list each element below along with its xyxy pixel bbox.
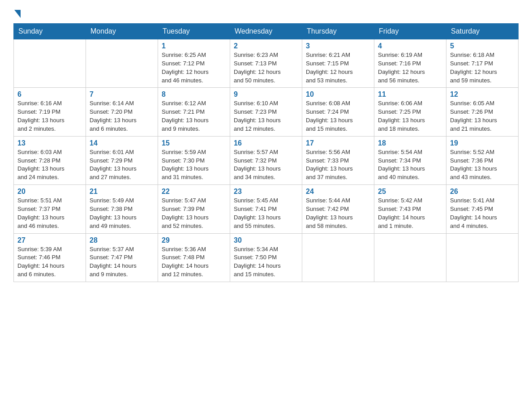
day-number: 9 (234, 90, 298, 98)
calendar-cell: 4Sunrise: 6:19 AM Sunset: 7:16 PM Daylig… (374, 39, 446, 88)
calendar-cell (374, 233, 446, 282)
calendar-cell: 12Sunrise: 6:05 AM Sunset: 7:26 PM Dayli… (446, 88, 519, 136)
calendar-cell (302, 233, 374, 282)
calendar-cell: 21Sunrise: 5:49 AM Sunset: 7:38 PM Dayli… (86, 185, 158, 233)
calendar-cell: 13Sunrise: 6:03 AM Sunset: 7:28 PM Dayli… (14, 136, 86, 184)
day-info: Sunrise: 5:37 AM Sunset: 7:47 PM Dayligh… (90, 245, 154, 279)
logo (13, 9, 21, 16)
day-info: Sunrise: 5:51 AM Sunset: 7:37 PM Dayligh… (17, 197, 82, 230)
day-number: 16 (234, 139, 298, 147)
calendar-cell: 3Sunrise: 6:21 AM Sunset: 7:15 PM Daylig… (302, 39, 374, 88)
calendar-cell: 11Sunrise: 6:06 AM Sunset: 7:25 PM Dayli… (374, 88, 446, 136)
calendar-cell: 22Sunrise: 5:47 AM Sunset: 7:39 PM Dayli… (158, 185, 230, 233)
week-row-3: 20Sunrise: 5:51 AM Sunset: 7:37 PM Dayli… (14, 185, 519, 233)
day-number: 27 (17, 236, 82, 244)
calendar-cell (446, 233, 519, 282)
day-info: Sunrise: 5:52 AM Sunset: 7:36 PM Dayligh… (450, 148, 515, 182)
day-info: Sunrise: 5:34 AM Sunset: 7:50 PM Dayligh… (234, 245, 298, 279)
weekday-header-saturday: Saturday (446, 24, 519, 39)
day-number: 11 (378, 90, 442, 98)
day-info: Sunrise: 5:49 AM Sunset: 7:38 PM Dayligh… (90, 197, 154, 230)
calendar-cell: 5Sunrise: 6:18 AM Sunset: 7:17 PM Daylig… (446, 39, 519, 88)
day-info: Sunrise: 6:12 AM Sunset: 7:21 PM Dayligh… (162, 99, 226, 133)
day-info: Sunrise: 6:10 AM Sunset: 7:23 PM Dayligh… (234, 99, 298, 133)
calendar-cell: 20Sunrise: 5:51 AM Sunset: 7:37 PM Dayli… (14, 185, 86, 233)
day-number: 26 (450, 188, 515, 196)
day-number: 23 (234, 188, 298, 196)
day-info: Sunrise: 5:56 AM Sunset: 7:33 PM Dayligh… (306, 148, 370, 182)
weekday-header-wednesday: Wednesday (230, 24, 302, 39)
day-number: 4 (378, 42, 442, 50)
day-info: Sunrise: 5:57 AM Sunset: 7:32 PM Dayligh… (234, 148, 298, 182)
calendar-cell: 25Sunrise: 5:42 AM Sunset: 7:43 PM Dayli… (374, 185, 446, 233)
day-info: Sunrise: 6:05 AM Sunset: 7:26 PM Dayligh… (450, 99, 515, 133)
calendar-cell: 17Sunrise: 5:56 AM Sunset: 7:33 PM Dayli… (302, 136, 374, 184)
day-info: Sunrise: 6:16 AM Sunset: 7:19 PM Dayligh… (17, 99, 82, 133)
calendar-cell: 7Sunrise: 6:14 AM Sunset: 7:20 PM Daylig… (86, 88, 158, 136)
calendar-cell: 15Sunrise: 5:59 AM Sunset: 7:30 PM Dayli… (158, 136, 230, 184)
calendar-cell: 23Sunrise: 5:45 AM Sunset: 7:41 PM Dayli… (230, 185, 302, 233)
page-header (13, 9, 519, 16)
calendar-cell: 9Sunrise: 6:10 AM Sunset: 7:23 PM Daylig… (230, 88, 302, 136)
weekday-header-friday: Friday (374, 24, 446, 39)
day-info: Sunrise: 6:25 AM Sunset: 7:12 PM Dayligh… (162, 51, 226, 85)
day-number: 3 (306, 42, 370, 50)
week-row-4: 27Sunrise: 5:39 AM Sunset: 7:46 PM Dayli… (14, 233, 519, 282)
calendar-cell: 8Sunrise: 6:12 AM Sunset: 7:21 PM Daylig… (158, 88, 230, 136)
day-number: 18 (378, 139, 442, 147)
calendar-cell (86, 39, 158, 88)
calendar-cell: 1Sunrise: 6:25 AM Sunset: 7:12 PM Daylig… (158, 39, 230, 88)
day-number: 28 (90, 236, 154, 244)
calendar-table: SundayMondayTuesdayWednesdayThursdayFrid… (13, 23, 519, 282)
weekday-header-tuesday: Tuesday (158, 24, 230, 39)
day-info: Sunrise: 5:45 AM Sunset: 7:41 PM Dayligh… (234, 197, 298, 230)
calendar-cell: 2Sunrise: 6:23 AM Sunset: 7:13 PM Daylig… (230, 39, 302, 88)
day-number: 30 (234, 236, 298, 244)
day-number: 6 (17, 90, 82, 98)
calendar-cell: 29Sunrise: 5:36 AM Sunset: 7:48 PM Dayli… (158, 233, 230, 282)
weekday-header-monday: Monday (86, 24, 158, 39)
day-number: 24 (306, 188, 370, 196)
day-info: Sunrise: 5:36 AM Sunset: 7:48 PM Dayligh… (162, 245, 226, 279)
day-number: 10 (306, 90, 370, 98)
weekday-header-sunday: Sunday (14, 24, 86, 39)
day-info: Sunrise: 6:23 AM Sunset: 7:13 PM Dayligh… (234, 51, 298, 85)
day-number: 1 (162, 42, 226, 50)
day-info: Sunrise: 6:18 AM Sunset: 7:17 PM Dayligh… (450, 51, 515, 85)
day-number: 20 (17, 188, 82, 196)
day-number: 7 (90, 90, 154, 98)
week-row-1: 6Sunrise: 6:16 AM Sunset: 7:19 PM Daylig… (14, 88, 519, 136)
day-number: 8 (162, 90, 226, 98)
day-number: 15 (162, 139, 226, 147)
day-info: Sunrise: 5:54 AM Sunset: 7:34 PM Dayligh… (378, 148, 442, 182)
calendar-cell: 28Sunrise: 5:37 AM Sunset: 7:47 PM Dayli… (86, 233, 158, 282)
day-info: Sunrise: 6:19 AM Sunset: 7:16 PM Dayligh… (378, 51, 442, 85)
calendar-cell: 6Sunrise: 6:16 AM Sunset: 7:19 PM Daylig… (14, 88, 86, 136)
day-number: 14 (90, 139, 154, 147)
calendar-cell: 27Sunrise: 5:39 AM Sunset: 7:46 PM Dayli… (14, 233, 86, 282)
calendar-cell: 30Sunrise: 5:34 AM Sunset: 7:50 PM Dayli… (230, 233, 302, 282)
week-row-0: 1Sunrise: 6:25 AM Sunset: 7:12 PM Daylig… (14, 39, 519, 88)
day-info: Sunrise: 6:06 AM Sunset: 7:25 PM Dayligh… (378, 99, 442, 133)
week-row-2: 13Sunrise: 6:03 AM Sunset: 7:28 PM Dayli… (14, 136, 519, 184)
day-info: Sunrise: 5:42 AM Sunset: 7:43 PM Dayligh… (378, 197, 442, 230)
day-number: 21 (90, 188, 154, 196)
day-number: 19 (450, 139, 515, 147)
day-info: Sunrise: 6:14 AM Sunset: 7:20 PM Dayligh… (90, 99, 154, 133)
weekday-header-thursday: Thursday (302, 24, 374, 39)
calendar-cell: 18Sunrise: 5:54 AM Sunset: 7:34 PM Dayli… (374, 136, 446, 184)
day-info: Sunrise: 5:41 AM Sunset: 7:45 PM Dayligh… (450, 197, 515, 230)
day-info: Sunrise: 6:01 AM Sunset: 7:29 PM Dayligh… (90, 148, 154, 182)
day-info: Sunrise: 5:44 AM Sunset: 7:42 PM Dayligh… (306, 197, 370, 230)
day-number: 25 (378, 188, 442, 196)
weekday-header-row: SundayMondayTuesdayWednesdayThursdayFrid… (14, 24, 519, 39)
day-info: Sunrise: 6:03 AM Sunset: 7:28 PM Dayligh… (17, 148, 82, 182)
day-info: Sunrise: 5:39 AM Sunset: 7:46 PM Dayligh… (17, 245, 82, 279)
calendar-cell (14, 39, 86, 88)
day-number: 13 (17, 139, 82, 147)
calendar-cell: 24Sunrise: 5:44 AM Sunset: 7:42 PM Dayli… (302, 185, 374, 233)
day-number: 2 (234, 42, 298, 50)
day-number: 22 (162, 188, 226, 196)
day-number: 29 (162, 236, 226, 244)
day-info: Sunrise: 5:59 AM Sunset: 7:30 PM Dayligh… (162, 148, 226, 182)
